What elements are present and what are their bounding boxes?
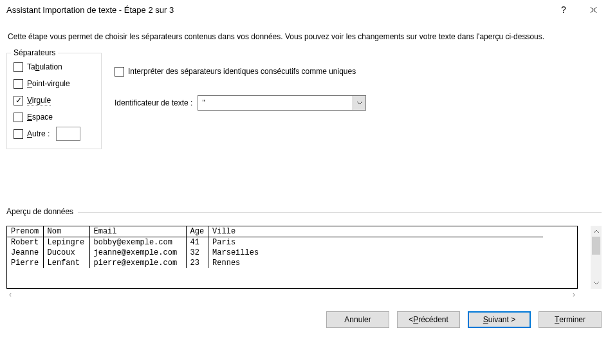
cancel-button[interactable]: Annuler <box>326 311 389 328</box>
window-title: Assistant Importation de texte - Étape 2… <box>6 5 549 15</box>
preview-group: Aperçu de données. PrenomNomEmailAgeVill… <box>6 212 602 300</box>
close-icon <box>590 6 597 14</box>
checkbox-other[interactable]: Autre : <box>14 125 95 142</box>
scroll-thumb[interactable] <box>592 237 600 255</box>
checkbox-consecutive-box <box>115 67 124 77</box>
finish-button[interactable]: Terminer <box>539 311 602 328</box>
checkbox-tab-box <box>14 62 23 72</box>
titlebar: Assistant Importation de texte - Étape 2… <box>0 0 608 19</box>
scroll-left-arrow[interactable]: ‹ <box>9 290 12 299</box>
text-qualifier-dropdown-button[interactable] <box>353 96 365 110</box>
preview-cell: jeanne@exemple.com <box>89 248 186 258</box>
preview-cell: Lepingre <box>43 237 89 248</box>
preview-header-cell: Ville <box>208 226 543 237</box>
checkbox-space-box <box>14 113 23 122</box>
help-button[interactable]: ? <box>549 0 578 19</box>
preview-cell: Robert <box>7 237 43 248</box>
table-row: PierreLenfantpierre@exemple.com23Rennes <box>7 258 543 268</box>
preview-cell: Rennes <box>208 258 543 268</box>
separators-group: Séparateurs Tabulation Point-virgule ✓ V… <box>6 53 102 149</box>
preview-cell: Jeanne <box>7 248 43 258</box>
preview-cell: 41 <box>186 237 208 248</box>
preview-cell: 23 <box>186 258 208 268</box>
preview-header-cell: Prenom <box>7 226 43 237</box>
scroll-right-arrow[interactable]: › <box>573 290 575 299</box>
checkbox-consecutive[interactable]: Interpréter des séparateurs identiques c… <box>115 63 366 80</box>
preview-cell: Pierre <box>7 258 43 268</box>
scroll-track[interactable] <box>591 237 602 278</box>
preview-header-cell: Age <box>186 226 208 237</box>
checkbox-space-label: Espace <box>27 113 53 122</box>
chevron-down-icon <box>357 102 362 105</box>
checkbox-tab[interactable]: Tabulation <box>14 59 95 75</box>
close-button[interactable] <box>578 0 608 19</box>
text-qualifier-value: " <box>198 96 353 110</box>
preview-legend: Aperçu de données. <box>6 207 78 216</box>
checkbox-other-label: Autre : <box>27 129 50 138</box>
checkbox-comma-box: ✓ <box>14 96 23 105</box>
table-row: JeanneDucouxjeanne@exemple.com32Marseill… <box>7 248 543 258</box>
preview-table: PrenomNomEmailAgeVilleRobertLepingrebobb… <box>6 226 578 289</box>
preview-horizontal-scrollbar[interactable]: ‹ › <box>6 289 578 300</box>
checkbox-comma[interactable]: ✓ Virgule <box>14 92 95 109</box>
chevron-down-icon <box>594 282 599 285</box>
chevron-up-icon <box>594 230 599 233</box>
dialog-button-bar: Annuler < Précédent Suivant > Terminer <box>0 300 608 337</box>
preview-cell: Marseilles <box>208 248 543 258</box>
checkbox-semicolon-box <box>14 79 23 89</box>
separators-legend: Séparateurs <box>11 48 58 57</box>
scroll-up-arrow[interactable] <box>591 226 602 237</box>
preview-cell: Lenfant <box>43 258 89 268</box>
table-row: RobertLepingrebobby@exemple.com41Paris <box>7 237 543 248</box>
text-qualifier-combo[interactable]: " <box>198 95 366 111</box>
preview-cell: Ducoux <box>43 248 89 258</box>
preview-vertical-scrollbar[interactable] <box>591 226 602 289</box>
other-separator-input[interactable] <box>56 127 80 141</box>
checkbox-space[interactable]: Espace <box>14 109 95 125</box>
preview-cell: Paris <box>208 237 543 248</box>
preview-cell: 32 <box>186 248 208 258</box>
next-button[interactable]: Suivant > <box>468 311 531 328</box>
checkbox-tab-label: Tabulation <box>27 62 62 71</box>
checkbox-semicolon-label: Point-virgule <box>27 79 70 88</box>
step-description: Cette étape vous permet de choisir les s… <box>8 32 602 41</box>
back-button[interactable]: < Précédent <box>397 311 460 328</box>
text-qualifier-label: Identificateur de texte : <box>115 98 192 107</box>
preview-header-cell: Email <box>89 226 186 237</box>
preview-cell: bobby@exemple.com <box>89 237 186 248</box>
checkbox-semicolon[interactable]: Point-virgule <box>14 75 95 92</box>
preview-cell: pierre@exemple.com <box>89 258 186 268</box>
checkbox-other-box <box>14 129 23 139</box>
preview-header-cell: Nom <box>43 226 89 237</box>
checkbox-comma-label: Virgule <box>27 96 51 105</box>
checkbox-consecutive-label: Interpréter des séparateurs identiques c… <box>128 67 356 76</box>
scroll-down-arrow[interactable] <box>591 278 602 289</box>
